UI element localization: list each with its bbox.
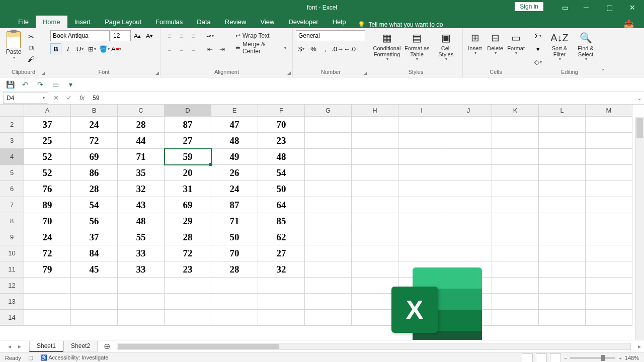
row-header[interactable]: 4: [0, 149, 24, 165]
cell[interactable]: [305, 197, 352, 213]
font-name-select[interactable]: [50, 30, 110, 41]
delete-cells-button[interactable]: ⊟Delete▾: [486, 30, 504, 69]
cell[interactable]: [211, 294, 258, 310]
wrap-text-button[interactable]: ↩Wrap Text: [232, 30, 289, 41]
cell[interactable]: [445, 229, 492, 245]
enter-formula-button[interactable]: ✓: [62, 93, 75, 104]
cell[interactable]: [492, 229, 539, 245]
row-header[interactable]: 14: [0, 310, 24, 326]
zoom-in-button[interactable]: +: [618, 355, 621, 361]
cell[interactable]: [398, 165, 445, 181]
column-header[interactable]: I: [398, 105, 445, 117]
cell[interactable]: [539, 245, 586, 261]
orientation-button[interactable]: ⤻▾: [204, 30, 215, 41]
cell[interactable]: [398, 229, 445, 245]
cell[interactable]: 37: [24, 117, 71, 133]
cell[interactable]: [539, 117, 586, 133]
name-box[interactable]: D4 ▾: [3, 93, 48, 104]
cell[interactable]: 23: [258, 133, 305, 149]
row-header[interactable]: 6: [0, 181, 24, 197]
cell[interactable]: [586, 213, 632, 229]
cell[interactable]: [352, 181, 398, 197]
cell[interactable]: 33: [118, 245, 165, 261]
worksheet-grid[interactable]: ABCDEFGHIJKLM237242887477032572442748234…: [0, 105, 644, 340]
cell[interactable]: 52: [24, 165, 71, 181]
cell[interactable]: 54: [258, 165, 305, 181]
cell[interactable]: 89: [24, 197, 71, 213]
cell[interactable]: 23: [165, 261, 211, 278]
cell[interactable]: [539, 133, 586, 149]
tab-review[interactable]: Review: [218, 16, 254, 28]
cell[interactable]: [24, 294, 71, 310]
cell[interactable]: [258, 278, 305, 294]
cell[interactable]: [305, 213, 352, 229]
cell[interactable]: [211, 310, 258, 326]
cell[interactable]: 28: [165, 229, 211, 245]
row-header[interactable]: 9: [0, 229, 24, 245]
cell[interactable]: [71, 294, 118, 310]
cell[interactable]: 62: [258, 229, 305, 245]
add-sheet-button[interactable]: ⊕: [101, 341, 113, 351]
align-right-button[interactable]: ≡: [188, 43, 199, 54]
column-header[interactable]: B: [71, 105, 118, 117]
cell[interactable]: [445, 133, 492, 149]
column-header[interactable]: D: [165, 105, 211, 117]
cell[interactable]: [305, 229, 352, 245]
scroll-right-icon[interactable]: ▸: [635, 343, 644, 350]
cell[interactable]: 87: [165, 117, 211, 133]
percent-format-button[interactable]: %: [308, 43, 319, 54]
ribbon-display-options-icon[interactable]: ▭: [562, 4, 569, 12]
cell[interactable]: [492, 310, 539, 326]
conditional-formatting-button[interactable]: ▦Conditional Formatting▾: [372, 30, 401, 69]
cell[interactable]: [305, 133, 352, 149]
cancel-formula-button[interactable]: ✕: [49, 93, 62, 104]
decrease-font-button[interactable]: A▾: [144, 30, 155, 41]
cell[interactable]: 37: [71, 229, 118, 245]
cell[interactable]: 52: [24, 149, 71, 165]
cell[interactable]: 27: [165, 133, 211, 149]
row-header[interactable]: 12: [0, 278, 24, 294]
cell[interactable]: [445, 245, 492, 261]
fill-color-button[interactable]: 🪣▾: [99, 43, 110, 54]
bold-button[interactable]: B: [50, 43, 61, 54]
cell[interactable]: 70: [24, 213, 71, 229]
cell[interactable]: 55: [118, 229, 165, 245]
align-left-button[interactable]: ≡: [164, 43, 175, 54]
sheet-nav[interactable]: ◂▸: [0, 343, 29, 350]
cell[interactable]: [352, 197, 398, 213]
cell[interactable]: 69: [165, 197, 211, 213]
cell[interactable]: [165, 294, 211, 310]
cell[interactable]: 85: [258, 213, 305, 229]
cell[interactable]: [398, 197, 445, 213]
cell[interactable]: [539, 294, 586, 310]
cell[interactable]: 87: [211, 197, 258, 213]
column-header[interactable]: C: [118, 105, 165, 117]
cell[interactable]: [586, 133, 632, 149]
merge-center-button[interactable]: ⬌Merge & Center▾: [232, 42, 289, 53]
cell[interactable]: 71: [211, 213, 258, 229]
qat-customize-button[interactable]: ▭: [49, 79, 61, 90]
cell[interactable]: [352, 213, 398, 229]
cell[interactable]: 50: [211, 229, 258, 245]
cell[interactable]: 20: [165, 165, 211, 181]
cell[interactable]: [118, 310, 165, 326]
cell[interactable]: 25: [24, 133, 71, 149]
cell[interactable]: [71, 278, 118, 294]
cell[interactable]: [492, 278, 539, 294]
qat-more-button[interactable]: ▾: [64, 79, 76, 90]
share-icon[interactable]: 📤: [624, 19, 634, 28]
cell[interactable]: [492, 117, 539, 133]
cell[interactable]: 71: [118, 149, 165, 165]
cell[interactable]: 44: [118, 133, 165, 149]
cell[interactable]: [492, 197, 539, 213]
cell[interactable]: [71, 310, 118, 326]
cell[interactable]: [492, 181, 539, 197]
insert-function-button[interactable]: fx: [75, 93, 89, 104]
cell[interactable]: 72: [24, 245, 71, 261]
select-all-corner[interactable]: [0, 105, 24, 117]
cell[interactable]: [24, 278, 71, 294]
increase-font-button[interactable]: A▴: [132, 30, 143, 41]
cell[interactable]: 50: [258, 181, 305, 197]
cell[interactable]: 48: [258, 149, 305, 165]
tab-file[interactable]: File: [11, 16, 36, 28]
